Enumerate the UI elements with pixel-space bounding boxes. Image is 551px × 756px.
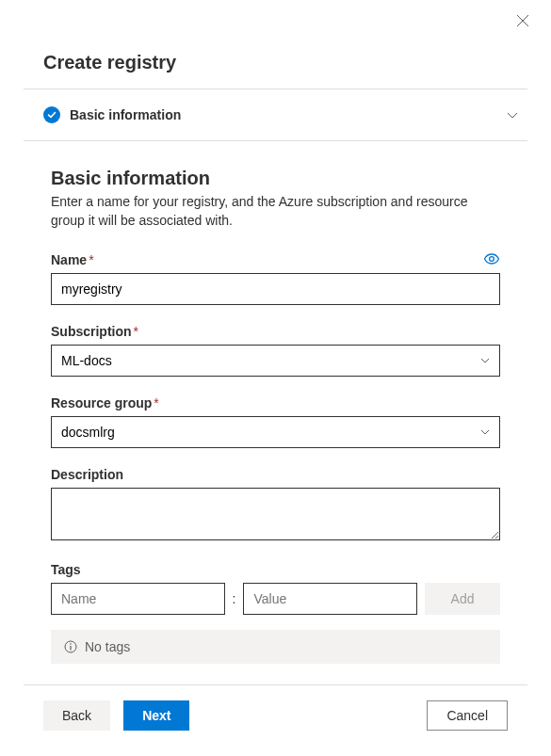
required-marker: * xyxy=(134,324,138,339)
no-tags-banner: No tags xyxy=(51,630,500,664)
tags-label: Tags xyxy=(51,562,81,577)
visibility-icon[interactable] xyxy=(483,252,500,267)
close-icon xyxy=(516,14,529,27)
resource-group-select[interactable] xyxy=(51,416,500,448)
section-description: Enter a name for your registry, and the … xyxy=(51,193,500,230)
info-icon xyxy=(64,640,77,653)
name-label: Name xyxy=(51,252,87,267)
svg-point-0 xyxy=(490,257,494,262)
step-label: Basic information xyxy=(70,107,181,122)
svg-rect-3 xyxy=(70,646,71,651)
section-title: Basic information xyxy=(51,168,500,189)
step-basic-information[interactable]: Basic information xyxy=(0,89,551,140)
cancel-button[interactable]: Cancel xyxy=(427,700,508,731)
required-marker: * xyxy=(89,252,93,267)
step-left: Basic information xyxy=(43,106,181,123)
tag-value-input[interactable] xyxy=(243,583,417,615)
name-input[interactable] xyxy=(51,273,500,305)
check-circle-icon xyxy=(43,106,60,123)
subscription-label: Subscription xyxy=(51,324,132,339)
chevron-down-icon xyxy=(506,108,519,121)
resource-group-label: Resource group xyxy=(51,395,152,410)
back-button[interactable]: Back xyxy=(43,700,110,731)
add-tag-button: Add xyxy=(425,583,500,615)
tag-colon: : xyxy=(233,591,236,606)
next-button[interactable]: Next xyxy=(123,700,189,731)
svg-point-2 xyxy=(70,643,72,645)
subscription-select[interactable] xyxy=(51,345,500,377)
close-button[interactable] xyxy=(513,11,532,30)
description-label: Description xyxy=(51,467,123,482)
description-textarea[interactable] xyxy=(51,488,500,540)
tag-name-input[interactable] xyxy=(51,583,225,615)
page-title: Create registry xyxy=(0,0,551,88)
required-marker: * xyxy=(154,395,158,410)
no-tags-text: No tags xyxy=(85,639,130,654)
